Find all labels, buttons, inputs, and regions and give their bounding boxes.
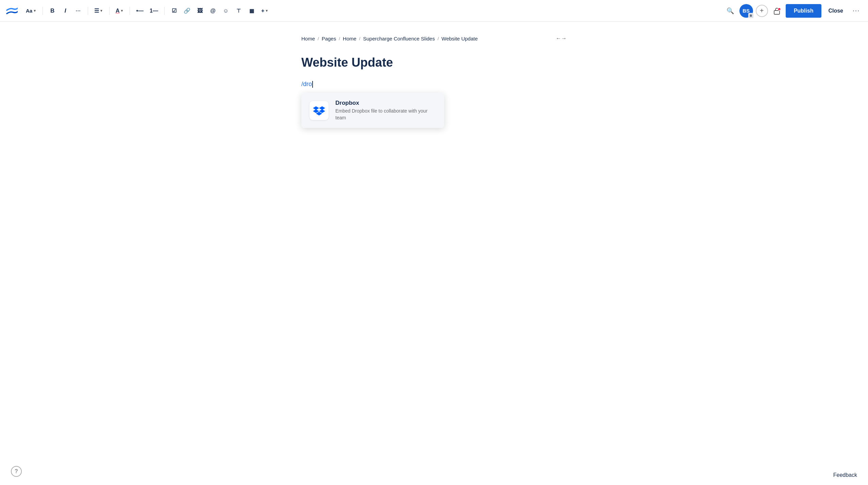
svg-text:1: 1 bbox=[779, 9, 780, 11]
insert-more-button[interactable]: + ▼ bbox=[258, 5, 271, 17]
confluence-logo-icon bbox=[5, 5, 18, 17]
publish-button[interactable]: Publish bbox=[786, 4, 822, 18]
breadcrumb-sep-2: / bbox=[339, 36, 340, 41]
content-area: Home / Pages / Home / Supercharge Conflu… bbox=[281, 22, 587, 107]
toolbar-color-group: A ▼ bbox=[113, 5, 126, 17]
breadcrumb: Home / Pages / Home / Supercharge Conflu… bbox=[301, 35, 567, 41]
page-footer: ? bbox=[11, 466, 22, 477]
user-avatar[interactable]: BS B bbox=[739, 4, 753, 18]
dropbox-title: Dropbox bbox=[335, 100, 436, 106]
layout-button[interactable]: ▦ bbox=[246, 5, 258, 17]
breadcrumb-sep-1: / bbox=[318, 36, 319, 41]
search-button[interactable]: 🔍 bbox=[724, 5, 737, 17]
toolbar-format-group: B I ··· bbox=[46, 5, 84, 17]
breadcrumb-pages[interactable]: Pages bbox=[322, 36, 336, 41]
toolbar-separator-5 bbox=[164, 7, 165, 15]
breadcrumb-website-update[interactable]: Website Update bbox=[441, 36, 478, 41]
dropbox-description: Embed Dropbox file to collaborate with y… bbox=[335, 108, 436, 121]
table-button[interactable]: ⊤ bbox=[233, 5, 245, 17]
toolbar-align-group: ☰ ▼ bbox=[91, 5, 106, 17]
breadcrumb-supercharge[interactable]: Supercharge Confluence Slides bbox=[363, 36, 435, 41]
close-button[interactable]: Close bbox=[824, 4, 847, 18]
bold-button[interactable]: B bbox=[46, 5, 59, 17]
dropbox-text-group: Dropbox Embed Dropbox file to collaborat… bbox=[335, 100, 436, 121]
align-button[interactable]: ☰ ▼ bbox=[91, 5, 106, 17]
search-icon: 🔍 bbox=[727, 7, 734, 15]
bullet-list-button[interactable]: •— bbox=[133, 5, 146, 17]
toolbar-insert-group: ☑ 🔗 🖼 @ ☺ ⊤ ▦ + ▼ bbox=[168, 5, 271, 17]
toolbar-right: 🔍 BS B + 1 Publish Close ··· bbox=[724, 4, 863, 18]
toolbar-separator-3 bbox=[109, 7, 110, 15]
breadcrumb-home-2[interactable]: Home bbox=[343, 36, 356, 41]
text-cursor bbox=[312, 81, 313, 88]
feedback-button[interactable]: Feedback bbox=[833, 472, 857, 478]
breadcrumb-sep-4: / bbox=[437, 36, 439, 41]
text-color-button[interactable]: A ▼ bbox=[113, 5, 126, 17]
image-button[interactable]: 🖼 bbox=[194, 5, 206, 17]
breadcrumb-nav[interactable]: ←→ bbox=[556, 35, 567, 41]
editor-area[interactable]: /dro Dropbox Embed Dropbox file bbox=[301, 81, 567, 88]
link-button[interactable]: 🔗 bbox=[181, 5, 193, 17]
emoji-button[interactable]: ☺ bbox=[220, 5, 232, 17]
breadcrumb-home-1[interactable]: Home bbox=[301, 36, 315, 41]
mention-button[interactable]: @ bbox=[207, 5, 219, 17]
more-options-button[interactable]: ··· bbox=[850, 4, 863, 18]
breadcrumb-sep-3: / bbox=[359, 36, 361, 41]
app-logo[interactable] bbox=[5, 5, 18, 17]
toolbar: Aa ▼ B I ··· ☰ ▼ A ▼ •— 1— bbox=[0, 0, 868, 22]
task-button[interactable]: ☑ bbox=[168, 5, 180, 17]
font-size-button[interactable]: Aa ▼ bbox=[23, 5, 39, 17]
help-button[interactable]: ? bbox=[11, 466, 22, 477]
italic-button[interactable]: I bbox=[59, 5, 71, 17]
avatar-badge: B bbox=[748, 13, 754, 18]
more-options-icon: ··· bbox=[853, 7, 860, 14]
toolbar-separator-4 bbox=[130, 7, 130, 15]
svg-rect-0 bbox=[774, 11, 780, 14]
toolbar-separator-2 bbox=[88, 7, 88, 15]
toolbar-separator-1 bbox=[43, 7, 43, 15]
command-input[interactable]: /dro bbox=[301, 81, 567, 88]
toolbar-font-group: Aa ▼ bbox=[23, 5, 39, 17]
command-dropdown: Dropbox Embed Dropbox file to collaborat… bbox=[301, 93, 444, 128]
dropbox-dropdown-item[interactable]: Dropbox Embed Dropbox file to collaborat… bbox=[301, 93, 444, 128]
page-title[interactable]: Website Update bbox=[301, 55, 567, 70]
add-collaborator-button[interactable]: + bbox=[756, 5, 768, 17]
toolbar-list-group: •— 1— bbox=[133, 5, 161, 17]
lock-icon: 1 bbox=[772, 6, 781, 15]
dropbox-logo-icon bbox=[313, 104, 325, 117]
dropbox-icon-box bbox=[310, 101, 329, 120]
more-format-button[interactable]: ··· bbox=[72, 5, 84, 17]
numbered-list-button[interactable]: 1— bbox=[147, 5, 161, 17]
lock-button[interactable]: 1 bbox=[771, 5, 783, 17]
